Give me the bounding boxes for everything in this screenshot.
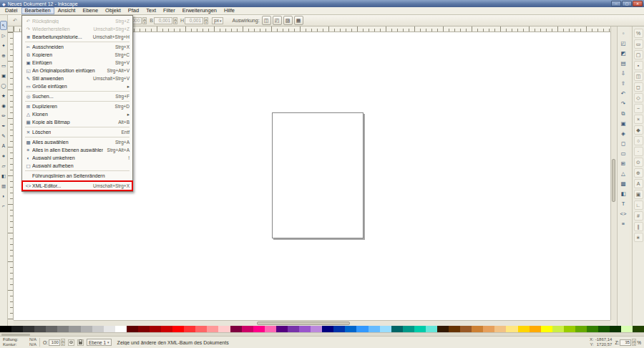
fill-stroke-indicator[interactable]: Füllung: N/A Kontur: N/A <box>3 337 36 347</box>
menu-item-alles-in-allen-ebenen-auswählen[interactable]: ≡Alles in allen Ebenen auswählenStrg+Alt… <box>23 146 132 154</box>
menu-item-größe-einfügen[interactable]: ▭Größe einfügen▸ <box>23 82 132 90</box>
palette-swatch[interactable] <box>460 326 472 332</box>
palette-swatch[interactable] <box>115 326 127 332</box>
palette-swatch[interactable] <box>288 326 299 332</box>
menu-item-duplizieren[interactable]: ⊞DuplizierenStrg+D <box>23 102 132 110</box>
zoom-selection-button[interactable]: ◈ <box>619 129 628 138</box>
pencil-tool[interactable]: ✏ <box>0 111 7 120</box>
palette-swatch[interactable] <box>218 326 230 332</box>
palette-swatch[interactable] <box>483 326 494 332</box>
palette-swatch[interactable] <box>34 326 46 332</box>
snap-enable-toggle[interactable]: % <box>634 29 643 38</box>
menu-erweiterungen[interactable]: Erweiterungen <box>179 7 220 14</box>
menu-text[interactable]: Text <box>142 7 160 14</box>
eraser-tool[interactable]: ▱ <box>0 161 7 170</box>
menu-bearbeiten[interactable]: Bearbeiten <box>21 7 54 14</box>
duplicate-button[interactable]: ⊞ <box>619 159 628 168</box>
tweak-tool[interactable]: ✦ <box>0 41 7 50</box>
palette-swatch[interactable] <box>414 326 426 332</box>
field-spinner[interactable]: ▴▾ <box>173 17 177 24</box>
palette-swatch[interactable] <box>207 326 218 332</box>
menu-item-alles-auswählen[interactable]: ▩Alles auswählenStrg+A <box>23 138 132 146</box>
menu-datei[interactable]: Datei <box>1 7 21 14</box>
unit-selector[interactable]: px ▾ <box>212 17 223 24</box>
palette-swatch[interactable] <box>322 326 333 332</box>
copy-button[interactable]: ⧉ <box>619 109 628 118</box>
palette-swatch[interactable] <box>138 326 150 332</box>
menu-item-bearbeitungshistorie[interactable]: ≣Bearbeitungshistorie...Umschalt+Strg+H <box>23 33 132 41</box>
undo-button[interactable]: ↶ <box>619 89 628 98</box>
palette-swatch[interactable] <box>575 326 587 332</box>
redo-button[interactable]: ↷ <box>619 99 628 108</box>
menu-item-kopieren[interactable]: ⧉KopierenStrg+C <box>23 51 132 59</box>
snap-bbox-edges-toggle[interactable]: ▢ <box>634 50 643 59</box>
palette-swatch[interactable] <box>564 326 575 332</box>
group-button[interactable]: ▩ <box>619 179 628 188</box>
menu-item-auswahl-aufheben[interactable]: ▢Auswahl aufheben <box>23 162 132 170</box>
menu-ebene[interactable]: Ebene <box>79 7 102 14</box>
horizontal-scrollbar[interactable] <box>14 320 610 326</box>
snap-page-border-toggle[interactable]: ▣ <box>634 190 643 199</box>
paste-button[interactable]: ▣ <box>619 119 628 128</box>
menu-item-suchen[interactable]: ◎Suchen...Strg+F <box>23 92 132 100</box>
star-tool[interactable]: ★ <box>0 91 7 100</box>
palette-swatch[interactable] <box>299 326 311 332</box>
palette-swatch[interactable] <box>276 326 288 332</box>
zoom-drawing-button[interactable]: ◻ <box>619 139 628 148</box>
clone-button[interactable]: △ <box>619 169 628 178</box>
menu-item-xml-editor[interactable]: <>XML-Editor...Umschalt+Strg+X <box>23 182 132 190</box>
open-document-button[interactable]: ◰ <box>619 39 628 48</box>
snap-rotation-centers-toggle[interactable]: ⊕ <box>634 168 643 178</box>
palette-swatch[interactable] <box>356 326 368 332</box>
palette-swatch[interactable] <box>494 326 506 332</box>
layer-selector[interactable]: Ebene 1 ▾ <box>87 339 112 346</box>
paint-bucket-tool[interactable]: ◧ <box>0 171 7 180</box>
snap-text-baselines-toggle[interactable]: A <box>634 179 643 188</box>
ruler-vertical[interactable] <box>8 32 14 320</box>
vertical-scrollbar-thumb[interactable] <box>612 159 615 202</box>
opacity-spinner[interactable]: ▴▾ <box>61 339 65 346</box>
layer-visibility-toggle[interactable] <box>68 339 74 346</box>
text-dialog-button[interactable]: T <box>619 199 628 208</box>
palette-swatch[interactable] <box>150 326 161 332</box>
palette-swatch[interactable] <box>541 326 552 332</box>
menu-item-einfügen[interactable]: ▣EinfügenStrg+V <box>23 59 132 67</box>
menu-item-stil-anwenden[interactable]: ✎Stil anwendenUmschalt+Strg+V <box>23 74 132 82</box>
fill-stroke-dialog-button[interactable]: ◧ <box>619 189 628 198</box>
menu-item-führungslinien-an-seitenrändern[interactable]: Führungslinien an Seitenrändern <box>23 172 132 180</box>
palette-swatch[interactable] <box>449 326 460 332</box>
palette-swatch[interactable] <box>265 326 276 332</box>
snap-nodes-toggle[interactable]: ◇ <box>634 93 643 102</box>
palette-swatch[interactable] <box>437 326 449 332</box>
selector-tool[interactable]: ↖ <box>0 21 7 30</box>
maximize-button[interactable]: ▢ <box>622 1 632 6</box>
spray-tool[interactable]: ∗ <box>0 151 7 160</box>
palette-swatch[interactable] <box>0 326 11 332</box>
palette-swatch[interactable] <box>161 326 172 332</box>
palette-swatch[interactable] <box>81 326 92 332</box>
import-bitmap-button[interactable]: ⇩ <box>619 69 628 78</box>
gradient-tool[interactable]: ▥ <box>0 181 7 190</box>
palette-swatch[interactable] <box>598 326 610 332</box>
palette-swatch[interactable] <box>369 326 380 332</box>
palette-swatch[interactable] <box>610 326 621 332</box>
snap-smooth-nodes-toggle[interactable]: ○ <box>634 136 643 145</box>
palette-swatch[interactable] <box>127 326 138 332</box>
box-3d-tool[interactable]: ▣ <box>0 71 7 80</box>
menu-item-ausschneiden[interactable]: ✂AusschneidenStrg+X <box>23 43 132 51</box>
transform-gradients-toggle[interactable]: ▨ <box>283 16 293 25</box>
field-h-input[interactable]: 0,001 <box>185 17 203 24</box>
palette-swatch[interactable] <box>621 326 633 332</box>
field-b-input[interactable]: 0,001 <box>154 17 172 24</box>
menu-item-rückgängig[interactable]: ↶RückgängigStrg+Z <box>23 17 132 25</box>
palette-swatch[interactable] <box>380 326 391 332</box>
menu-objekt[interactable]: Objekt <box>102 7 125 14</box>
snap-paths-toggle[interactable]: ~ <box>634 104 643 113</box>
palette-swatch[interactable] <box>242 326 253 332</box>
zoom-spinner[interactable]: ▴▾ <box>632 339 636 346</box>
bezier-tool[interactable]: ✒ <box>0 121 7 130</box>
palette-swatch[interactable] <box>23 326 34 332</box>
close-button[interactable]: ✕ <box>633 1 643 6</box>
palette-swatch[interactable] <box>195 326 207 332</box>
snap-bbox-edge-midpoints-toggle[interactable]: ◫ <box>634 72 643 81</box>
